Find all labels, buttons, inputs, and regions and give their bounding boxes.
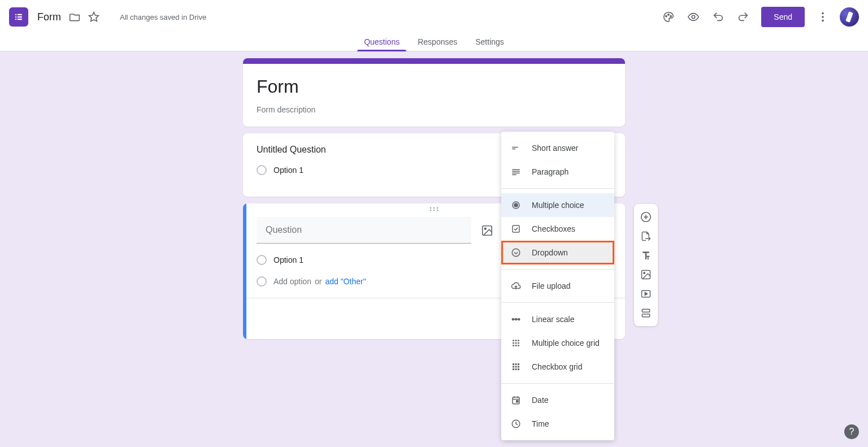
svg-rect-0 — [15, 14, 16, 15]
paragraph-icon — [510, 166, 522, 177]
menu-item-checkboxes[interactable]: Checkboxes — [501, 217, 614, 241]
svg-rect-57 — [513, 363, 514, 365]
menu-item-checkbox-grid[interactable]: Checkbox grid — [501, 355, 614, 379]
svg-point-48 — [513, 340, 514, 341]
menu-item-mc-grid[interactable]: Multiple choice grid — [501, 331, 614, 355]
svg-point-14 — [430, 207, 432, 209]
account-avatar[interactable] — [840, 7, 859, 27]
add-title-icon[interactable] — [635, 246, 657, 265]
star-icon[interactable] — [87, 10, 101, 24]
radio-icon — [257, 276, 267, 287]
svg-point-43 — [512, 249, 520, 257]
menu-item-short-answer[interactable]: Short answer — [501, 136, 614, 160]
svg-rect-32 — [642, 309, 649, 312]
help-icon[interactable]: ? — [844, 424, 859, 439]
tab-questions[interactable]: Questions — [357, 37, 406, 51]
question-input[interactable] — [257, 217, 471, 244]
svg-rect-61 — [515, 366, 517, 368]
svg-point-12 — [822, 16, 824, 18]
menu-item-date[interactable]: Date — [501, 388, 614, 412]
menu-item-label: Time — [532, 419, 549, 428]
forms-logo-icon[interactable] — [9, 7, 28, 27]
add-question-icon[interactable] — [635, 207, 657, 227]
menu-item-paragraph[interactable]: Paragraph — [501, 160, 614, 184]
form-title-card[interactable]: Form Form description — [243, 58, 625, 127]
svg-point-9 — [670, 16, 671, 17]
menu-item-time[interactable]: Time — [501, 412, 614, 436]
tab-settings[interactable]: Settings — [468, 37, 511, 51]
add-image-icon[interactable] — [635, 265, 657, 284]
menu-item-label: Short answer — [532, 144, 578, 153]
menu-item-label: Checkboxes — [532, 224, 575, 233]
svg-rect-5 — [18, 19, 22, 20]
grid-squares-icon — [510, 361, 522, 372]
svg-rect-35 — [512, 149, 515, 150]
menu-item-label: File upload — [532, 281, 571, 290]
form-title[interactable]: Form — [257, 76, 611, 97]
menu-separator — [501, 188, 614, 189]
svg-marker-31 — [645, 293, 647, 296]
radio-icon — [257, 165, 267, 175]
preview-icon[interactable] — [682, 6, 705, 28]
menu-item-label: Multiple choice grid — [532, 338, 600, 348]
send-button[interactable]: Send — [761, 7, 805, 27]
svg-rect-2 — [15, 16, 16, 18]
svg-rect-65 — [518, 368, 519, 370]
svg-point-21 — [484, 228, 486, 229]
svg-point-18 — [433, 210, 435, 211]
menu-item-label: Dropdown — [532, 248, 568, 257]
undo-icon[interactable] — [707, 6, 730, 28]
svg-point-11 — [822, 12, 824, 15]
svg-rect-37 — [512, 171, 520, 172]
svg-rect-42 — [513, 225, 519, 232]
form-description[interactable]: Form description — [257, 105, 611, 114]
short-answer-icon — [510, 142, 522, 154]
add-video-icon[interactable] — [635, 284, 657, 303]
app-root: Form All changes saved in Drive Send Que… — [0, 0, 868, 447]
svg-point-7 — [666, 16, 667, 17]
svg-point-52 — [515, 342, 517, 344]
time-icon — [510, 418, 522, 429]
checkbox-icon — [510, 223, 522, 235]
redo-icon[interactable] — [732, 6, 754, 28]
radio-icon — [257, 255, 267, 265]
form-canvas: Form Form description Untitled Question … — [243, 58, 625, 339]
add-option-label[interactable]: Add option — [274, 277, 311, 286]
add-image-icon[interactable] — [480, 224, 494, 237]
menu-item-linear-scale[interactable]: Linear scale — [501, 307, 614, 331]
more-icon[interactable] — [811, 6, 834, 28]
menu-item-dropdown[interactable]: Dropdown — [501, 241, 614, 264]
add-other-link[interactable]: add "Other" — [325, 277, 366, 286]
menu-separator — [501, 302, 614, 303]
svg-marker-6 — [89, 12, 99, 21]
date-icon — [510, 394, 522, 406]
or-label: or — [315, 277, 322, 286]
svg-point-56 — [518, 345, 519, 346]
svg-point-49 — [515, 340, 517, 341]
menu-separator — [501, 269, 614, 270]
dropdown-icon — [510, 247, 522, 258]
svg-point-41 — [514, 203, 518, 207]
menu-separator — [501, 383, 614, 384]
svg-rect-1 — [18, 14, 22, 15]
menu-item-multiple-choice[interactable]: Multiple choice — [501, 193, 614, 217]
document-title[interactable]: Form — [37, 11, 61, 23]
svg-point-15 — [433, 207, 435, 209]
svg-rect-4 — [15, 19, 16, 20]
svg-rect-34 — [512, 147, 518, 148]
menu-item-label: Linear scale — [532, 315, 575, 324]
move-to-folder-icon[interactable] — [68, 10, 81, 24]
linear-scale-icon — [510, 314, 522, 325]
svg-rect-60 — [513, 366, 514, 368]
svg-point-19 — [437, 210, 439, 211]
tab-responses[interactable]: Responses — [411, 37, 464, 51]
add-section-icon[interactable] — [635, 303, 657, 323]
svg-point-29 — [644, 272, 645, 274]
menu-item-file-upload[interactable]: File upload — [501, 274, 614, 298]
header: Form All changes saved in Drive Send — [0, 0, 868, 34]
import-questions-icon[interactable] — [635, 227, 657, 246]
customize-theme-icon[interactable] — [657, 6, 680, 28]
option-text[interactable]: Option 1 — [274, 255, 303, 264]
svg-point-55 — [515, 345, 517, 346]
svg-point-51 — [513, 342, 514, 344]
